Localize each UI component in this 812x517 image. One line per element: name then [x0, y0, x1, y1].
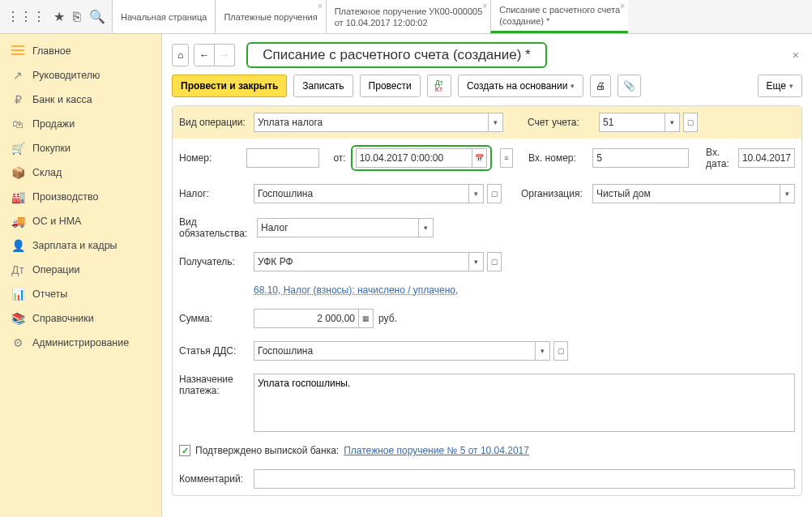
Дт-icon: Дт	[11, 263, 24, 276]
sidebar-item[interactable]: 👤Зарплата и кадры	[0, 233, 161, 258]
top-icons: ⋮⋮⋮ ★ ⎘ 🔍	[0, 0, 112, 33]
sidebar-item-label: Склад	[32, 167, 62, 178]
sidebar-item[interactable]: 🏭Производство	[0, 185, 161, 209]
date-calendar-icon[interactable]: 📅	[472, 148, 487, 168]
date-field[interactable]: 10.04.2017 0:00:00	[356, 148, 472, 168]
search-icon[interactable]: 🔍	[89, 9, 105, 24]
recipient-dropdown-icon[interactable]: ▾	[469, 252, 484, 271]
liability-field[interactable]: Налог	[257, 218, 419, 237]
dds-dropdown-icon[interactable]: ▾	[536, 341, 550, 361]
org-label: Организация:	[521, 188, 588, 199]
sidebar-item-label: Продажи	[32, 118, 75, 130]
tab-label: Платежные поручения	[224, 11, 317, 23]
dtkt-button[interactable]: ДтКт	[427, 75, 451, 97]
top-bar: ⋮⋮⋮ ★ ⎘ 🔍 Начальная страницаПлатежные по…	[0, 0, 812, 34]
star-icon[interactable]: ★	[53, 9, 65, 24]
tab[interactable]: Списание с расчетного счета(создание) *×	[490, 0, 628, 33]
account-field[interactable]: 51	[599, 113, 665, 132]
close-icon[interactable]: ×	[620, 2, 625, 11]
close-page-icon[interactable]: ×	[789, 49, 802, 62]
sidebar-item[interactable]: Главное	[0, 39, 161, 63]
nav-row: ⌂ ←→ Списание с расчетного счета (создан…	[172, 42, 802, 68]
sidebar-item[interactable]: ₽Банк и касса	[0, 88, 161, 112]
dds-label: Статья ДДС:	[179, 345, 249, 357]
bank-statement-link[interactable]: Платежное поручение № 5 от 10.04.2017	[344, 445, 529, 456]
comment-label: Комментарий:	[179, 473, 249, 485]
sidebar-item-label: Отчеты	[32, 288, 67, 300]
tab[interactable]: Начальная страница	[112, 0, 215, 33]
tab[interactable]: Платежные поручения×	[215, 0, 325, 33]
page-title: Списание с расчетного счета (создание) *	[246, 42, 546, 68]
more-button[interactable]: Еще	[758, 75, 802, 97]
date-list-icon[interactable]: ≡	[500, 148, 513, 168]
liability-label: Вид обязательства:	[179, 216, 252, 239]
sidebar-item-label: Администрирование	[32, 337, 129, 348]
number-label: Номер:	[179, 152, 241, 164]
tax-dropdown-icon[interactable]: ▾	[469, 184, 484, 203]
dds-open-icon[interactable]: ▢	[553, 341, 568, 361]
sidebar-item[interactable]: ↗Руководителю	[0, 63, 161, 88]
recipient-open-icon[interactable]: ▢	[487, 252, 502, 271]
sidebar-item-label: Операции	[32, 264, 79, 276]
purpose-field[interactable]	[254, 374, 795, 432]
forward-button[interactable]: →	[215, 44, 235, 66]
attach-button[interactable]: 📎	[618, 75, 641, 97]
sidebar-item[interactable]: 📦Склад	[0, 160, 161, 185]
comment-field[interactable]	[254, 469, 795, 489]
number-field[interactable]	[246, 148, 319, 168]
op-type-field[interactable]: Уплата налога	[254, 113, 489, 132]
history-icon[interactable]: ⎘	[73, 10, 81, 24]
close-icon[interactable]: ×	[482, 2, 487, 11]
org-dropdown-icon[interactable]: ▾	[780, 184, 795, 203]
save-button[interactable]: Записать	[293, 75, 353, 97]
print-button[interactable]: 🖨	[590, 75, 611, 97]
dds-field[interactable]: Госпошлина	[254, 341, 536, 361]
confirmed-label: Подтверждено выпиской банка:	[195, 445, 339, 456]
sum-field[interactable]: 2 000,00	[254, 309, 359, 328]
account-open-icon[interactable]: ▢	[683, 113, 698, 132]
recipient-field[interactable]: УФК РФ	[254, 252, 469, 271]
apps-icon[interactable]: ⋮⋮⋮	[6, 9, 45, 24]
sidebar-item[interactable]: 📚Справочники	[0, 306, 161, 331]
back-button[interactable]: ←	[194, 44, 215, 66]
sidebar-item[interactable]: 🛒Покупки	[0, 136, 161, 160]
confirmed-checkbox[interactable]: ✓	[179, 445, 190, 456]
sidebar-item[interactable]: 🛍Продажи	[0, 112, 161, 136]
tax-field[interactable]: Госпошлина	[254, 184, 469, 203]
op-type-dropdown-icon[interactable]: ▾	[489, 113, 503, 132]
tab-label: Начальная страница	[121, 11, 207, 23]
tabs-host: Начальная страницаПлатежные поручения×Пл…	[112, 0, 812, 33]
burger-icon	[11, 45, 24, 58]
post-button[interactable]: Провести	[360, 75, 421, 97]
sidebar-item-label: Справочники	[32, 313, 94, 324]
tax-account-link[interactable]: 68.10, Налог (взносы): начислено / уплач…	[254, 284, 458, 296]
sidebar-item-label: Покупки	[32, 143, 71, 154]
post-and-close-button[interactable]: Провести и закрыть	[172, 75, 287, 97]
close-icon[interactable]: ×	[318, 2, 323, 11]
sidebar-item[interactable]: 📊Отчеты	[0, 282, 161, 306]
🚚-icon: 🚚	[11, 215, 24, 228]
sidebar-item-label: Главное	[32, 45, 71, 57]
sidebar-item[interactable]: ДтОперации	[0, 258, 161, 282]
home-button[interactable]: ⌂	[172, 44, 189, 66]
account-label: Счет учета:	[528, 117, 594, 128]
tax-open-icon[interactable]: ▢	[487, 184, 502, 203]
org-field[interactable]: Чистый дом	[592, 184, 780, 203]
inc-date-field[interactable]: 10.04.2017	[738, 148, 795, 168]
tab-label: Списание с расчетного счета	[499, 4, 620, 15]
sidebar-item-label: ОС и НМА	[32, 216, 81, 227]
sidebar-item-label: Руководителю	[32, 70, 100, 81]
tab-subtitle: (создание) *	[499, 15, 620, 27]
sum-calc-icon[interactable]: ▦	[359, 309, 374, 328]
create-based-on-button[interactable]: Создать на основании	[458, 75, 584, 97]
purpose-label: Назначение платежа:	[179, 374, 249, 396]
inc-num-field[interactable]: 5	[592, 148, 689, 168]
recipient-label: Получатель:	[179, 256, 249, 267]
account-dropdown-icon[interactable]: ▾	[665, 113, 680, 132]
sidebar-item[interactable]: ⚙Администрирование	[0, 331, 161, 355]
form-panel: Вид операции: Уплата налога ▾ Счет учета…	[172, 105, 802, 496]
ot-label: от:	[333, 152, 345, 164]
liability-dropdown-icon[interactable]: ▾	[419, 218, 434, 237]
tab[interactable]: Платежное поручение УК00-000005от 10.04.…	[326, 0, 491, 33]
sidebar-item[interactable]: 🚚ОС и НМА	[0, 209, 161, 233]
